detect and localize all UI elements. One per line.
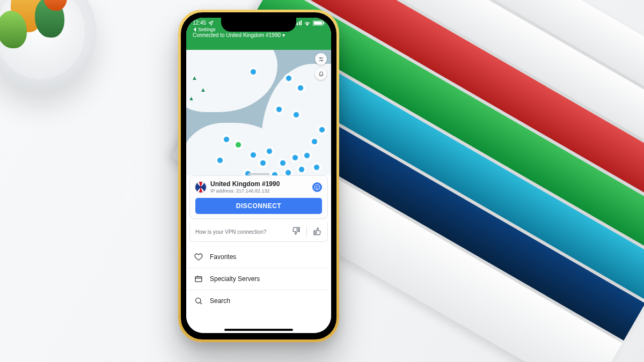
server-pin[interactable] <box>298 85 303 91</box>
wifi-icon <box>304 20 311 26</box>
scene-root: 12:45 <box>0 0 644 362</box>
svg-rect-2 <box>323 21 324 24</box>
server-pin[interactable] <box>224 137 229 142</box>
server-pin[interactable] <box>304 153 310 158</box>
server-pin[interactable] <box>314 165 319 170</box>
svg-rect-10 <box>195 277 202 282</box>
battery-icon <box>313 20 325 26</box>
tree-icon: ▲ <box>200 86 206 93</box>
server-pin[interactable] <box>280 160 286 166</box>
server-pin[interactable] <box>251 152 256 158</box>
server-pin[interactable] <box>251 69 256 75</box>
svg-point-9 <box>318 186 318 187</box>
sheet-handle[interactable] <box>248 173 269 175</box>
nav-specialty-servers[interactable]: Specialty Servers <box>188 268 329 290</box>
back-label: Settings <box>198 27 216 32</box>
map-settings-button[interactable] <box>315 53 327 65</box>
back-button[interactable]: Settings <box>193 27 216 32</box>
map-notifications-button[interactable] <box>315 68 327 80</box>
phone-bezel: 12:45 <box>181 12 336 339</box>
connection-card: United Kingdom #1990 IP address: 217.146… <box>189 175 328 219</box>
server-pin[interactable] <box>312 139 317 144</box>
feedback-card: How is your VPN connection? <box>189 222 328 242</box>
svg-rect-1 <box>314 21 322 25</box>
server-name: United Kingdom #1990 <box>210 180 280 188</box>
svg-point-5 <box>320 57 321 58</box>
flag-uk-icon <box>195 182 206 193</box>
folder-icon <box>194 274 203 284</box>
search-icon <box>194 296 203 306</box>
phone-frame: 12:45 <box>178 10 339 342</box>
server-pin[interactable] <box>276 107 282 112</box>
connection-banner[interactable]: Connected to United Kingdom #1990 ▾ <box>193 32 325 38</box>
server-pin[interactable] <box>292 155 298 160</box>
nav-label: Specialty Servers <box>210 275 260 283</box>
svg-point-7 <box>314 184 320 190</box>
tree-icon: ▲ <box>188 95 194 101</box>
heart-icon <box>194 252 203 262</box>
server-pin[interactable] <box>267 149 272 154</box>
server-pin[interactable] <box>294 112 299 117</box>
divider <box>306 227 307 237</box>
svg-point-6 <box>321 60 322 61</box>
svg-point-11 <box>196 298 201 303</box>
disconnect-button[interactable]: DISCONNECT <box>195 198 322 214</box>
server-pin[interactable] <box>299 167 304 172</box>
server-pin[interactable] <box>286 76 291 81</box>
server-pin[interactable] <box>260 160 266 166</box>
status-time: 12:45 <box>193 20 206 26</box>
home-indicator[interactable] <box>224 329 293 331</box>
svg-line-12 <box>200 302 202 304</box>
plant-pot <box>0 0 97 91</box>
location-icon <box>208 20 214 26</box>
nav-label: Favorites <box>210 253 236 261</box>
phone-notch <box>221 18 296 32</box>
server-pin[interactable] <box>319 127 325 132</box>
server-map[interactable]: ▲ ▲ ▲ <box>186 48 331 176</box>
nav-label: Search <box>210 297 230 305</box>
nav-menu: Favorites Specialty Servers <box>188 246 329 312</box>
ip-address: IP address: 217.146.82.132 <box>210 188 280 194</box>
phone-screen: 12:45 <box>186 18 331 333</box>
nav-favorites[interactable]: Favorites <box>188 246 329 268</box>
bottom-sheet: United Kingdom #1990 IP address: 217.146… <box>186 175 331 333</box>
tree-icon: ▲ <box>192 75 197 81</box>
feedback-prompt: How is your VPN connection? <box>195 229 266 235</box>
thumbs-up-button[interactable] <box>312 226 322 237</box>
nav-search[interactable]: Search <box>188 290 329 312</box>
svg-point-8 <box>316 186 317 187</box>
chevron-down-icon: ▾ <box>282 32 285 38</box>
thumbs-down-button[interactable] <box>291 226 301 237</box>
feedback-face-button[interactable] <box>312 182 322 192</box>
server-pin-current[interactable] <box>236 142 241 147</box>
server-pin[interactable] <box>217 158 223 163</box>
server-pin[interactable] <box>286 170 291 175</box>
